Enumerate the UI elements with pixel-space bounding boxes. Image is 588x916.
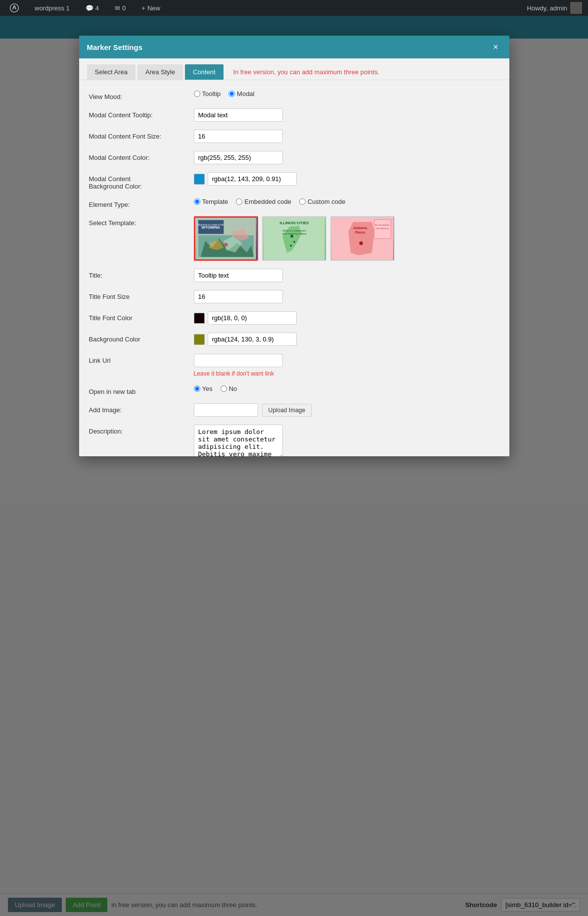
title-input[interactable] (194, 269, 283, 282)
link-url-row: Link Url Leave it blank if don't want li… (89, 354, 499, 377)
upload-image-button[interactable]: Upload Image (262, 404, 312, 417)
modal-content-tooltip-row: Modal Content Tooltip: (89, 108, 499, 122)
modal-title: Marker Settings (87, 43, 143, 51)
title-font-color-swatch[interactable] (194, 313, 205, 324)
select-template-label: Select Template: (89, 216, 188, 227)
svg-point-8 (224, 242, 227, 246)
element-type-label: Element Type: (89, 198, 188, 208)
view-mood-control: Tooltip Modal (194, 90, 499, 97)
svg-text:ILLINOIS CITIES: ILLINOIS CITIES (279, 221, 309, 225)
title-font-size-row: Title Font Size (89, 290, 499, 303)
link-url-notice: Leave it blank if don't want link (194, 370, 274, 377)
title-font-color-control (194, 311, 499, 325)
modal-overlay: Marker Settings × Select Area Area Style… (0, 16, 588, 916)
open-new-tab-radio-group: Yes No (194, 385, 237, 392)
tab-area-style[interactable]: Area Style (137, 64, 183, 80)
link-url-input[interactable] (194, 354, 283, 367)
comments-bar-item[interactable]: 💬 4 (82, 0, 103, 16)
title-label: Title: (89, 269, 188, 279)
modal-content-font-size-row: Modal Content Font Size: (89, 130, 499, 143)
svg-point-17 (290, 244, 292, 246)
new-bar-item[interactable]: + New (137, 0, 164, 16)
modal-content-bg-color-control (194, 172, 499, 186)
bg-color-label: Background Color (89, 333, 188, 343)
link-url-label: Link Url (89, 354, 188, 364)
select-template-row: Select Template: WYOMING (89, 216, 499, 261)
element-type-custom-label: Custom code (308, 198, 346, 205)
element-type-custom-option[interactable]: Custom code (299, 198, 346, 205)
view-mood-tooltip-option[interactable]: Tooltip (194, 90, 221, 97)
element-type-template-option[interactable]: Template (194, 198, 228, 205)
comments-count: 4 (95, 4, 99, 12)
add-image-control: Upload Image (194, 403, 499, 417)
new-label: New (147, 4, 160, 12)
tab-content[interactable]: Content (185, 64, 224, 80)
open-new-tab-yes-label: Yes (202, 385, 213, 392)
modal-content-font-size-label: Modal Content Font Size: (89, 130, 188, 140)
modal-content-bg-color-swatch[interactable] (194, 174, 205, 185)
element-type-embedded-label: Embedded code (244, 198, 291, 205)
modal-close-button[interactable]: × (490, 42, 501, 52)
open-new-tab-yes-option[interactable]: Yes (194, 385, 213, 392)
template-item-3[interactable]: Alabama Places The site attraction of th… (330, 216, 395, 261)
description-row: Description: Lorem ipsum dolor sit amet … (89, 425, 499, 456)
element-type-radio-group: Template Embedded code Custom code (194, 198, 346, 205)
view-mood-tooltip-radio[interactable] (194, 91, 200, 97)
howdy-text: Howdy, admin (527, 2, 582, 14)
add-image-row: Add Image: Upload Image (89, 403, 499, 417)
view-mood-tooltip-label: Tooltip (202, 90, 221, 97)
title-font-size-input[interactable] (194, 290, 283, 303)
open-new-tab-no-option[interactable]: No (221, 385, 237, 392)
element-type-control: Template Embedded code Custom code (194, 198, 499, 205)
site-name-bar-item[interactable]: wordpress 1 (31, 0, 74, 16)
element-type-embedded-option[interactable]: Embedded code (236, 198, 291, 205)
modal-body: View Mood: Tooltip Modal (79, 80, 509, 456)
description-textarea[interactable]: Lorem ipsum dolor sit amet consectetur a… (194, 425, 283, 456)
add-image-label: Add Image: (89, 403, 188, 414)
modal-header: Marker Settings × (79, 36, 509, 58)
view-mood-modal-option[interactable]: Modal (228, 90, 254, 97)
title-font-color-input[interactable] (208, 311, 297, 325)
title-row: Title: (89, 269, 499, 282)
title-font-size-label: Title Font Size (89, 290, 188, 300)
messages-bar-item[interactable]: ✉ 0 (111, 0, 130, 16)
element-type-template-radio[interactable] (194, 198, 200, 205)
modal-content-font-size-input[interactable] (194, 130, 283, 143)
open-new-tab-no-radio[interactable] (221, 386, 227, 392)
tab-bar: Select Area Area Style Content In free v… (79, 58, 509, 80)
svg-text:The site attraction: The site attraction (374, 224, 389, 226)
modal-content-color-row: Modal Content Color: (89, 151, 499, 164)
modal-content-bg-color-input[interactable] (208, 172, 297, 186)
open-new-tab-yes-radio[interactable] (194, 386, 200, 392)
modal-content-tooltip-label: Modal Content Tooltip: (89, 108, 188, 119)
free-version-notice: In free version, you can add maximum thr… (233, 68, 380, 76)
svg-text:state bordering Indiana: state bordering Indiana (282, 233, 306, 235)
tab-select-area[interactable]: Select Area (87, 64, 136, 80)
title-control (194, 269, 499, 282)
view-mood-modal-radio[interactable] (228, 91, 235, 97)
select-template-control: WYOMING Wyoming is a state in the (194, 216, 499, 261)
view-mood-row: View Mood: Tooltip Modal (89, 90, 499, 100)
view-mood-radio-group: Tooltip Modal (194, 90, 255, 97)
svg-text:Places: Places (355, 231, 365, 234)
open-new-tab-row: Open in new tab Yes No (89, 385, 499, 395)
element-type-embedded-radio[interactable] (236, 198, 242, 205)
element-type-template-label: Template (202, 198, 228, 205)
template-item-2[interactable]: ILLINOIS CITIES Illinois is a midwestern… (262, 216, 326, 261)
add-image-text-input[interactable] (194, 403, 258, 417)
modal-content-tooltip-input[interactable] (194, 108, 283, 122)
template-item-1[interactable]: WYOMING Wyoming is a state in the (194, 216, 258, 261)
modal-content-color-control (194, 151, 499, 164)
marker-settings-modal: Marker Settings × Select Area Area Style… (79, 36, 509, 456)
bg-color-swatch[interactable] (194, 334, 205, 345)
bg-color-input[interactable] (208, 333, 297, 346)
modal-content-color-label: Modal Content Color: (89, 151, 188, 161)
modal-content-color-input[interactable] (194, 151, 283, 164)
bg-color-row: Background Color (89, 333, 499, 346)
svg-text:of the Memorial: of the Memorial (375, 228, 388, 230)
element-type-custom-radio[interactable] (299, 198, 306, 205)
wp-logo-bar-item[interactable] (6, 0, 23, 16)
svg-text:Wyoming is a state in the: Wyoming is a state in the (198, 224, 224, 226)
svg-point-25 (359, 241, 363, 245)
plus-icon: + (141, 4, 145, 12)
